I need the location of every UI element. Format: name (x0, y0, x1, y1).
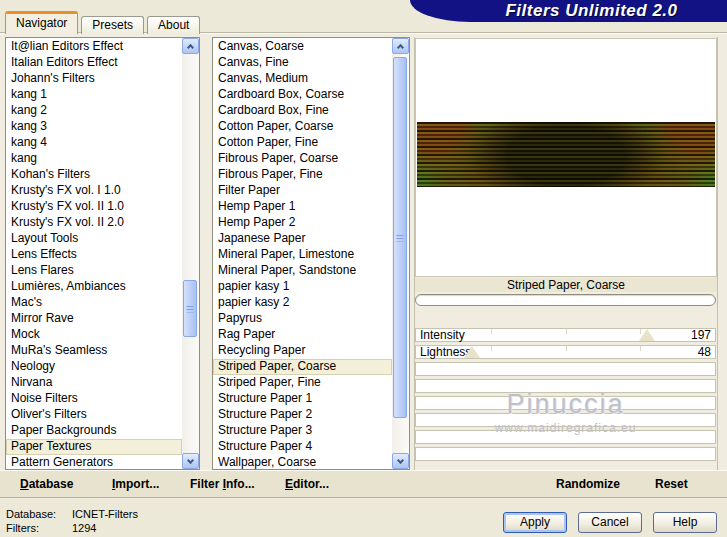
scroll-thumb[interactable] (183, 280, 197, 337)
category-item[interactable]: Paper Backgrounds (6, 423, 182, 439)
editor-button-rest: ditor... (293, 477, 329, 491)
filter-item[interactable]: Structure Paper 4 (213, 439, 392, 455)
scroll-track[interactable] (392, 54, 409, 453)
filter-item[interactable]: Structure Paper 2 (213, 407, 392, 423)
filter-item[interactable]: Cardboard Box, Coarse (213, 87, 392, 103)
category-item[interactable]: Krusty's FX vol. I 1.0 (6, 183, 182, 199)
category-item[interactable]: Pattern Generators (6, 455, 182, 469)
filter-list: Canvas, CoarseCanvas, FineCanvas, Medium… (213, 38, 392, 469)
category-item[interactable]: Lumières, Ambiances (6, 279, 182, 295)
category-item[interactable]: kang 3 (6, 119, 182, 135)
category-item[interactable]: Krusty's FX vol. II 1.0 (6, 199, 182, 215)
import-button[interactable]: Import... (112, 471, 159, 497)
category-item-selected[interactable]: Paper Textures (6, 439, 182, 455)
filter-item[interactable]: papier kasy 2 (213, 295, 392, 311)
category-item[interactable]: MuRa's Seamless (6, 343, 182, 359)
filter-item[interactable]: Fibrous Paper, Coarse (213, 151, 392, 167)
scroll-down-button[interactable] (182, 453, 199, 469)
tab-navigator[interactable]: Navigator (5, 11, 78, 34)
filter-listbox: Canvas, CoarseCanvas, FineCanvas, Medium… (212, 37, 410, 470)
chevron-down-icon (187, 456, 194, 463)
empty-slider-row (415, 379, 716, 393)
tab-about[interactable]: About (147, 16, 200, 34)
preview-area (415, 38, 717, 277)
status-database-label: Database: (6, 508, 56, 520)
filter-item[interactable]: Recycling Paper (213, 343, 392, 359)
randomize-button[interactable]: Randomize (556, 471, 620, 497)
category-item[interactable]: Nirvana (6, 375, 182, 391)
filter-item[interactable]: Japanese Paper (213, 231, 392, 247)
cancel-button[interactable]: Cancel (578, 512, 642, 533)
selected-filter-label: Striped Paper, Coarse (415, 278, 717, 292)
filter-item[interactable]: Canvas, Coarse (213, 39, 392, 55)
lightness-slider[interactable]: Lightness 48 (415, 345, 716, 359)
category-list: It@lian Editors EffectItalian Editors Ef… (6, 38, 182, 469)
filter-item[interactable]: Fibrous Paper, Fine (213, 167, 392, 183)
category-item[interactable]: Oliver's Filters (6, 407, 182, 423)
filter-item[interactable]: Mineral Paper, Sandstone (213, 263, 392, 279)
empty-slider-row (415, 362, 716, 376)
category-item[interactable]: kang 1 (6, 87, 182, 103)
scroll-down-button[interactable] (392, 453, 409, 469)
app-title-banner: Filters Unlimited 2.0 (410, 0, 727, 22)
filter-item[interactable]: Mineral Paper, Limestone (213, 247, 392, 263)
category-item[interactable]: Kohan's Filters (6, 167, 182, 183)
category-item[interactable]: kang (6, 151, 182, 167)
category-item[interactable]: Layout Tools (6, 231, 182, 247)
help-button[interactable]: Help (653, 512, 717, 533)
bottom-toolbar: Database Import... Filter Info... Editor… (0, 470, 727, 498)
database-button[interactable]: Database (20, 471, 73, 497)
category-item[interactable]: It@lian Editors Effect (6, 39, 182, 55)
filter-item[interactable]: Papyrus (213, 311, 392, 327)
category-item[interactable]: Johann's Filters (6, 71, 182, 87)
intensity-slider[interactable]: Intensity 197 (415, 328, 716, 342)
filter-item[interactable]: Cotton Paper, Coarse (213, 119, 392, 135)
category-item[interactable]: Lens Effects (6, 247, 182, 263)
filter-item[interactable]: Filter Paper (213, 183, 392, 199)
status-filters-label: Filters: (6, 522, 39, 534)
category-item[interactable]: Italian Editors Effect (6, 55, 182, 71)
filter-item[interactable]: Wallpaper, Coarse (213, 455, 392, 469)
filter-item[interactable]: Striped Paper, Fine (213, 375, 392, 391)
filter-item[interactable]: Structure Paper 1 (213, 391, 392, 407)
filter-item[interactable]: Canvas, Medium (213, 71, 392, 87)
category-item[interactable]: Noise Filters (6, 391, 182, 407)
slider-thumb-icon[interactable] (464, 346, 480, 358)
filter-item[interactable]: Canvas, Fine (213, 55, 392, 71)
scroll-track[interactable] (182, 54, 199, 453)
filter-item-selected[interactable]: Striped Paper, Coarse (213, 359, 392, 375)
category-item[interactable]: Mac's (6, 295, 182, 311)
category-item[interactable]: Mock (6, 327, 182, 343)
chevron-up-icon (397, 43, 404, 50)
category-item[interactable]: kang 4 (6, 135, 182, 151)
category-item[interactable]: kang 2 (6, 103, 182, 119)
apply-button[interactable]: Apply (503, 512, 567, 533)
editor-button[interactable]: Editor... (285, 471, 329, 497)
filter-item[interactable]: Hemp Paper 2 (213, 215, 392, 231)
filter-info-button[interactable]: Filter Info... (190, 471, 255, 497)
thumb-grip-icon (397, 234, 404, 241)
thumb-grip-icon (187, 305, 194, 312)
scroll-up-button[interactable] (182, 38, 199, 54)
reset-button[interactable]: Reset (655, 471, 688, 497)
category-item[interactable]: Krusty's FX vol. II 2.0 (6, 215, 182, 231)
intensity-label: Intensity (420, 329, 465, 342)
category-item[interactable]: Neology (6, 359, 182, 375)
category-item[interactable]: Mirror Rave (6, 311, 182, 327)
filter-item[interactable]: Cardboard Box, Fine (213, 103, 392, 119)
category-item[interactable]: Lens Flares (6, 263, 182, 279)
scroll-up-button[interactable] (392, 38, 409, 54)
filter-scrollbar[interactable] (392, 38, 409, 469)
scroll-thumb[interactable] (393, 57, 407, 418)
tick-mark (491, 329, 492, 334)
slider-thumb-icon[interactable] (639, 329, 655, 341)
filter-item[interactable]: Structure Paper 3 (213, 423, 392, 439)
filter-item[interactable]: Cotton Paper, Fine (213, 135, 392, 151)
category-scrollbar[interactable] (182, 38, 199, 469)
category-listbox: It@lian Editors EffectItalian Editors Ef… (5, 37, 200, 470)
filter-item[interactable]: papier kasy 1 (213, 279, 392, 295)
filter-item[interactable]: Rag Paper (213, 327, 392, 343)
filter-item[interactable]: Hemp Paper 1 (213, 199, 392, 215)
tab-presets[interactable]: Presets (81, 16, 144, 34)
tick-mark (491, 346, 492, 351)
